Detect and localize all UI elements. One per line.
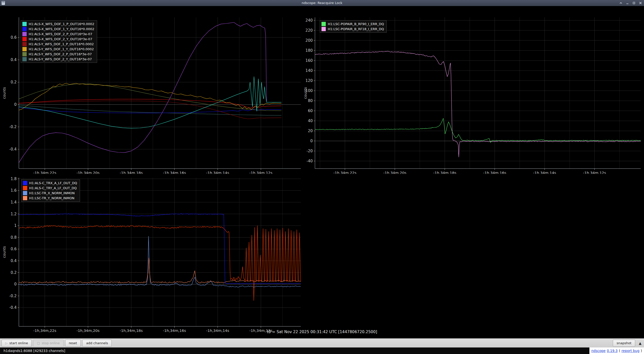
title-bar[interactable]: ndscope: Reacquire Lock [0,0,644,6]
legend-label: H1:ALS-X_WFS_DOF_2_Y_OUT16*3e-07 [29,37,92,41]
report-bug-link[interactable]: report bug [622,349,639,353]
series-line [19,214,301,284]
legend-swatch [22,47,27,51]
bug-paren-open: ( [619,349,620,353]
legend-item[interactable]: H1:LSC-POPAIR_B_RF90_I_ERR_DQ [321,22,384,26]
legend-label: H1:ALS-Y_WFS_DOF_1_P_OUT16*0.0002 [29,42,94,46]
start-online-button[interactable]: ▷ start online [2,340,32,347]
y-tick-label: 0.4 [11,259,17,263]
version-link[interactable]: 0.19.3 [607,349,618,353]
y-tick-label: 1 [14,223,17,228]
y-tick-label: 0 [14,282,17,286]
play-icon: ▷ [5,341,8,345]
legend-item[interactable]: H1:ALS-Y_WFS_DOF_1_Y_OUT16*0.0002 [22,47,94,51]
legend-swatch [22,37,27,41]
plot-popair[interactable]: 240220200180160140120100806040200-20-40-… [303,14,643,174]
legend-item[interactable]: H1:ALS-C_TRY_A_LF_OUT_DQ [23,186,77,190]
legend-label: H1:LSC-TR_Y_NORM_INMON [29,196,74,200]
plot-transmission[interactable]: 1.81.61.41.210.80.60.40.20-0.2-0.4-1h,34… [2,174,302,337]
y-tick-label: 1.8 [11,177,17,181]
legend-label: H1:LSC-POPAIR_B_RF18_I_ERR_DQ [328,27,384,31]
legend-swatch [23,181,27,185]
up-triangle-icon[interactable]: ▲ [639,341,641,345]
legend-label: H1:LSC-POPAIR_B_RF90_I_ERR_DQ [328,22,384,26]
legend-item[interactable]: H1:ALS-X_WFS_DOF_1_P_OUT16*0.0002 [22,22,94,26]
shade-icon[interactable] [619,2,622,4]
series-line [315,118,641,142]
series-line [19,77,281,128]
x-tick-label: -1h,34m,20s [383,171,406,174]
series-line [19,99,281,108]
y-tick-label: 240 [305,18,313,23]
version-chip: ndscope 0.19.3 (report bug) [589,347,644,354]
legend-swatch [22,52,27,56]
legend-label: H1:LSC-TR_X_NORM_INMON [29,191,75,195]
y-tick-label: 80 [308,98,313,103]
y-tick-label: -0.4 [9,147,17,151]
legend[interactable]: H1:ALS-X_WFS_DOF_1_P_OUT16*0.0002H1:ALS-… [21,20,97,63]
t0-label: t0 = Sat Nov 22 2025 00:31:42 UTC [14478… [0,330,644,334]
legend-swatch [22,27,27,31]
ndscope-link[interactable]: ndscope [591,349,606,353]
minimize-icon[interactable] [626,2,629,4]
y-tick-label: -0.4 [9,305,17,310]
x-tick-label: -1h,34m,22s [33,171,56,174]
y-tick-label: 60 [308,109,313,113]
legend-item[interactable]: H1:ALS-Y_WFS_DOF_2_Y_OUT16*3e-07 [22,57,94,61]
x-tick-label: -1h,34m,18s [433,171,456,174]
legend-item[interactable]: H1:LSC-TR_X_NORM_INMON [23,191,77,195]
legend[interactable]: H1:ALS-C_TRX_A_LF_OUT_DQH1:ALS-C_TRY_A_L… [21,179,80,202]
x-tick-label: -1h,34m,18s [120,171,143,174]
legend-label: H1:ALS-X_WFS_DOF_1_P_OUT16*0.0002 [29,22,94,26]
x-tick-label: -1h,34m,16s [483,171,506,174]
legend-swatch [321,27,326,31]
series-line [315,51,641,157]
close-icon[interactable] [639,2,642,4]
snapshot-button[interactable]: snapshot [613,340,635,347]
legend-item[interactable]: H1:ALS-X_WFS_DOF_1_Y_OUT16*0.0002 [22,27,94,31]
y-tick-label: 0.2 [11,270,17,275]
legend-item[interactable]: H1:LSC-TR_Y_NORM_INMON [23,196,77,200]
legend-swatch [23,196,27,200]
stop-icon: □ [37,341,40,345]
series-line [19,83,281,110]
legend-item[interactable]: H1:ALS-C_TRX_A_LF_OUT_DQ [23,181,77,185]
x-tick-label: -1h,34m,12s [249,171,272,174]
y-tick-label: 160 [305,58,313,63]
y-axis-label: counts [2,246,6,258]
legend-item[interactable]: H1:ALS-X_WFS_DOF_2_Y_OUT16*3e-07 [22,37,94,41]
legend-swatch [321,22,326,26]
legend-item[interactable]: H1:ALS-Y_WFS_DOF_1_P_OUT16*0.0002 [22,42,94,46]
plot-als-wfs[interactable]: 0.60.40.20-0.2-0.4-1h,34m,22s-1h,34m,20s… [2,14,302,174]
legend-swatch [23,186,27,190]
y-tick-label: 0.8 [11,235,17,240]
y-tick-label: -20 [307,149,313,153]
x-tick-label: -1h,34m,22s [333,171,356,174]
add-channels-button[interactable]: add channels [82,340,112,347]
plot-canvas[interactable]: 240220200180160140120100806040200-20-40-… [303,14,643,174]
legend-label: H1:ALS-X_WFS_DOF_2_P_OUT16*3e-07 [29,32,92,36]
legend-item[interactable]: H1:ALS-Y_WFS_DOF_2_P_OUT16*3e-07 [22,52,94,56]
plot-grid: 0.60.40.20-0.2-0.4-1h,34m,22s-1h,34m,20s… [0,6,644,338]
status-bar: h1daqnds1:8088 [429233 channels] ndscope… [0,347,644,354]
y-tick-label: 0 [14,102,17,107]
legend-item[interactable]: H1:LSC-POPAIR_B_RF18_I_ERR_DQ [321,27,384,31]
legend-item[interactable]: H1:ALS-X_WFS_DOF_2_P_OUT16*3e-07 [22,32,94,36]
series-line [19,105,281,115]
legend-label: H1:ALS-Y_WFS_DOF_1_Y_OUT16*0.0002 [29,47,94,51]
legend-label: H1:ALS-C_TRY_A_LF_OUT_DQ [29,186,77,190]
legend[interactable]: H1:LSC-POPAIR_B_RF90_I_ERR_DQH1:LSC-POPA… [320,20,387,33]
y-tick-label: 0.2 [11,80,17,84]
y-tick-label: 140 [305,68,313,73]
y-tick-label: 120 [305,78,313,83]
stop-online-button[interactable]: □ stop online [33,340,63,347]
legend-swatch [22,32,27,36]
legend-swatch [22,57,27,61]
y-tick-label: 1.6 [11,188,17,193]
series-line [19,226,301,301]
y-axis-label: counts [303,87,307,99]
reset-button[interactable]: reset [65,340,81,347]
legend-label: H1:ALS-X_WFS_DOF_1_Y_OUT16*0.0002 [29,27,94,31]
y-tick-label: -0.2 [9,125,17,129]
maximize-icon[interactable] [632,2,635,4]
